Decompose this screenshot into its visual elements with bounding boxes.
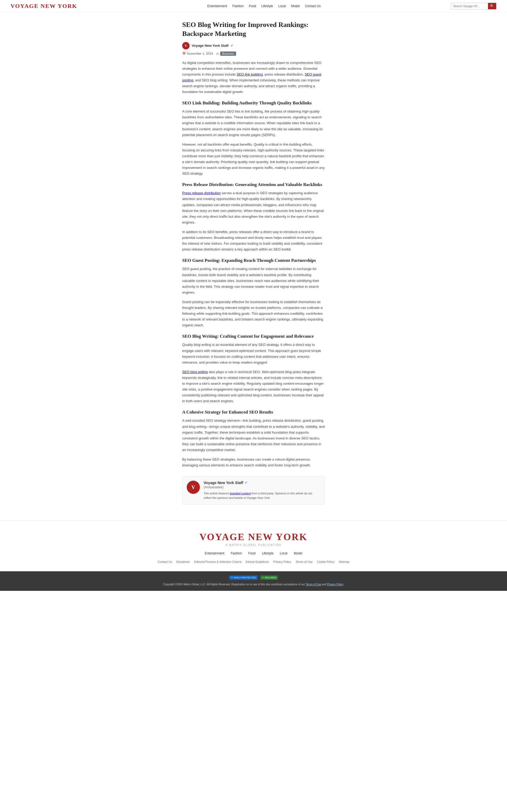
nav-item-contact[interactable]: Contact Us xyxy=(305,4,321,8)
section-1-para-2: However, not all backlinks offer equal b… xyxy=(182,142,325,177)
tag-icon xyxy=(216,52,219,55)
author-row: V Voyage New York Staff ✔ xyxy=(182,42,325,49)
secured-badge: ✓ SECURED xyxy=(260,575,278,580)
footer-badges: 🛡 DMCA PROTECTED ✓ SECURED xyxy=(5,575,502,580)
section-4-para-1: Quality blog writing is an essential ele… xyxy=(182,342,325,365)
footer-links: Contact Us Disclaimer Editorial Process … xyxy=(5,560,502,563)
footer-nav-entertainment[interactable]: Entertainment xyxy=(205,552,224,555)
footer-nav-food[interactable]: Food xyxy=(248,552,256,555)
search-button[interactable]: 🔍 xyxy=(488,3,496,9)
author-card-info: Voyage New York Staff ✔ (Ambassador) Thi… xyxy=(204,480,320,500)
search-input[interactable] xyxy=(451,3,488,9)
author-card-verified-icon: ✔ xyxy=(245,480,248,485)
main-nav: Entertainment Fashion Food Lifestyle Loc… xyxy=(207,4,321,8)
nav-item-local[interactable]: Local xyxy=(278,4,286,8)
footer-main: VOYAGE NEW YORK A MATRIX GLOBAL PUBLICAT… xyxy=(0,520,507,571)
footer-link-ethical[interactable]: Ethical Guidelines xyxy=(246,560,269,563)
article-tag: Business xyxy=(216,52,236,56)
main-content: SEO Blog Writing for Improved Rankings: … xyxy=(177,20,330,504)
site-header: VOYAGE NEW YORK Entertainment Fashion Fo… xyxy=(0,0,507,12)
section-heading-5: A Cohesive Strategy for Enhanced SEO Res… xyxy=(182,409,325,415)
dmca-icon: 🛡 xyxy=(231,576,233,579)
article-body: As digital competition intensifies, busi… xyxy=(182,60,325,468)
avatar: V xyxy=(182,42,189,49)
author-name[interactable]: Voyage New York Staff xyxy=(192,44,228,48)
section-heading-2: Press Release Distribution: Generating A… xyxy=(182,182,325,188)
footer-nav: Entertainment Fashion Food Lifestyle Loc… xyxy=(5,551,502,555)
footer-link-terms[interactable]: Terms of Use xyxy=(295,560,313,563)
section-2-para-2: In addition to its SEO benefits, press r… xyxy=(182,229,325,252)
nav-item-model[interactable]: Model xyxy=(291,4,300,8)
nav-menu: Entertainment Fashion Food Lifestyle Loc… xyxy=(207,4,321,8)
footer-link-sitemap[interactable]: Sitemap xyxy=(339,560,349,563)
article-date: November 1, 2024 xyxy=(182,52,213,55)
section-3-para-1: SEO guest posting, the practice of creat… xyxy=(182,266,325,295)
section-4-para-2: SEO blog writing also plays a role in te… xyxy=(182,369,325,404)
article-meta: November 1, 2024 Business xyxy=(182,52,325,56)
footer-tagline: A MATRIX GLOBAL PUBLICATION xyxy=(5,544,502,547)
footer-link-contact[interactable]: Contact Us xyxy=(158,560,172,563)
nav-item-food[interactable]: Food xyxy=(249,4,256,8)
nav-item-entertainment[interactable]: Entertainment xyxy=(207,4,227,8)
link-press-release[interactable]: Press release distribution xyxy=(182,191,221,195)
verified-icon: ✔ xyxy=(230,44,233,48)
footer-bottom: 🛡 DMCA PROTECTED ✓ SECURED Copyright ©20… xyxy=(0,571,507,591)
author-card-avatar: V xyxy=(187,480,200,494)
footer-copyright: Copyright ©2024 Matrix Global, LLC. All … xyxy=(5,582,502,587)
dmca-label: DMCA PROTECTED xyxy=(234,576,256,579)
footer-link-disclaimer[interactable]: Disclaimer xyxy=(176,560,190,563)
footer-nav-lifestyle[interactable]: Lifestyle xyxy=(262,552,274,555)
article-intro: As digital competition intensifies, busi… xyxy=(182,60,325,95)
section-1-para-1: A core element of successful SEO lies in… xyxy=(182,109,325,138)
search-bar: 🔍 xyxy=(451,3,496,9)
dmca-badge[interactable]: 🛡 DMCA PROTECTED xyxy=(229,575,258,580)
footer-link-editorial[interactable]: Editorial Process & Selection Criteria xyxy=(194,560,242,563)
site-logo[interactable]: VOYAGE NEW YORK xyxy=(11,3,77,9)
section-5-para-1: A well-rounded SEO strategy element—link… xyxy=(182,418,325,453)
section-2-para-1: Press release distribution serves a dual… xyxy=(182,190,325,225)
author-card: V Voyage New York Staff ✔ (Ambassador) T… xyxy=(182,476,325,504)
footer-nav-local[interactable]: Local xyxy=(280,552,288,555)
article-title: SEO Blog Writing for Improved Rankings: … xyxy=(182,20,325,38)
footer-nav-fashion[interactable]: Fashion xyxy=(231,552,242,555)
tag-badge[interactable]: Business xyxy=(220,52,236,56)
section-heading-1: SEO Link Building: Building Authority Th… xyxy=(182,100,325,106)
section-5-para-2: By balancing these SEO strategies, busin… xyxy=(182,457,325,468)
date-text: November 1, 2024 xyxy=(187,52,213,55)
footer-link-cookie[interactable]: Cookie Policy xyxy=(317,560,335,563)
author-card-name[interactable]: Voyage New York Staff xyxy=(204,480,243,485)
link-seo-blog-writing[interactable]: SEO blog writing xyxy=(182,370,208,374)
branded-content-link[interactable]: branded content xyxy=(230,492,251,495)
section-3-para-2: Guest posting can be especially effectiv… xyxy=(182,299,325,328)
privacy-link[interactable]: Privacy Policy xyxy=(327,583,344,586)
footer-logo[interactable]: VOYAGE NEW YORK xyxy=(5,531,502,543)
section-heading-3: SEO Guest Posting: Expanding Reach Throu… xyxy=(182,258,325,263)
nav-item-lifestyle[interactable]: Lifestyle xyxy=(262,4,273,8)
calendar-icon xyxy=(182,52,186,55)
author-card-role: (Ambassador) xyxy=(204,486,320,489)
nav-item-fashion[interactable]: Fashion xyxy=(232,4,244,8)
footer-nav-model[interactable]: Model xyxy=(294,552,302,555)
site-footer: VOYAGE NEW YORK A MATRIX GLOBAL PUBLICAT… xyxy=(0,520,507,591)
link-seo-link-building[interactable]: SEO link building xyxy=(237,72,263,77)
section-heading-4: SEO Blog Writing: Crafting Content for E… xyxy=(182,334,325,339)
terms-link[interactable]: Terms of Use xyxy=(305,583,321,586)
secured-label: ✓ SECURED xyxy=(262,576,277,579)
author-card-disclaimer: This article features branded content fr… xyxy=(204,491,320,500)
footer-link-privacy[interactable]: Privacy Policy xyxy=(273,560,291,563)
